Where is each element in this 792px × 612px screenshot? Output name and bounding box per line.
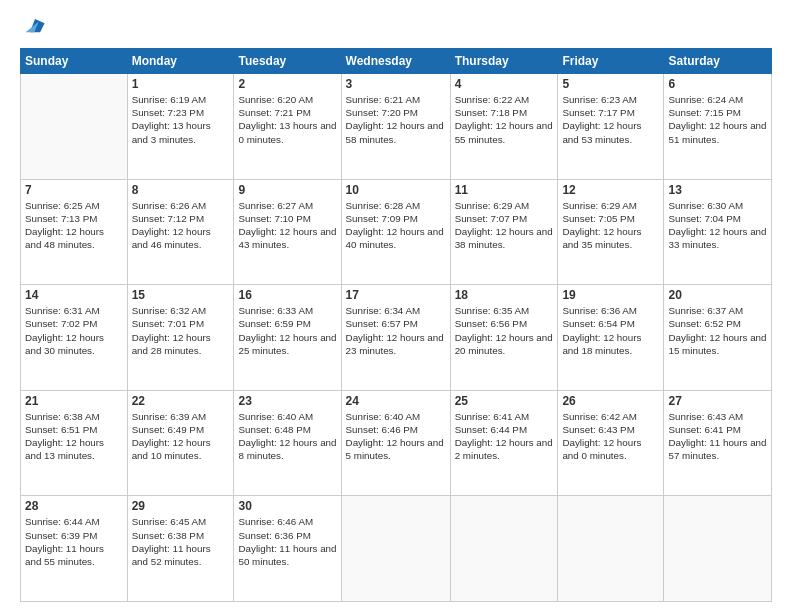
weekday-header-row: SundayMondayTuesdayWednesdayThursdayFrid… [21,49,772,74]
calendar-cell: 17Sunrise: 6:34 AMSunset: 6:57 PMDayligh… [341,285,450,391]
calendar-cell: 14Sunrise: 6:31 AMSunset: 7:02 PMDayligh… [21,285,128,391]
calendar-cell: 28Sunrise: 6:44 AMSunset: 6:39 PMDayligh… [21,496,128,602]
calendar-cell: 27Sunrise: 6:43 AMSunset: 6:41 PMDayligh… [664,390,772,496]
calendar-cell [558,496,664,602]
day-info: Sunrise: 6:34 AMSunset: 6:57 PMDaylight:… [346,304,446,357]
calendar-cell: 26Sunrise: 6:42 AMSunset: 6:43 PMDayligh… [558,390,664,496]
header [20,18,772,38]
day-number: 28 [25,499,123,513]
day-number: 22 [132,394,230,408]
weekday-monday: Monday [127,49,234,74]
day-number: 6 [668,77,767,91]
calendar-cell [21,74,128,180]
day-info: Sunrise: 6:46 AMSunset: 6:36 PMDaylight:… [238,515,336,568]
calendar-cell: 16Sunrise: 6:33 AMSunset: 6:59 PMDayligh… [234,285,341,391]
calendar-week-2: 7Sunrise: 6:25 AMSunset: 7:13 PMDaylight… [21,179,772,285]
day-number: 10 [346,183,446,197]
calendar-cell: 29Sunrise: 6:45 AMSunset: 6:38 PMDayligh… [127,496,234,602]
day-number: 5 [562,77,659,91]
calendar-table: SundayMondayTuesdayWednesdayThursdayFrid… [20,48,772,602]
calendar-cell: 1Sunrise: 6:19 AMSunset: 7:23 PMDaylight… [127,74,234,180]
calendar-cell: 15Sunrise: 6:32 AMSunset: 7:01 PMDayligh… [127,285,234,391]
day-info: Sunrise: 6:21 AMSunset: 7:20 PMDaylight:… [346,93,446,146]
day-number: 17 [346,288,446,302]
day-number: 9 [238,183,336,197]
day-info: Sunrise: 6:31 AMSunset: 7:02 PMDaylight:… [25,304,123,357]
day-number: 27 [668,394,767,408]
day-info: Sunrise: 6:33 AMSunset: 6:59 PMDaylight:… [238,304,336,357]
day-number: 16 [238,288,336,302]
calendar-cell [341,496,450,602]
calendar-week-5: 28Sunrise: 6:44 AMSunset: 6:39 PMDayligh… [21,496,772,602]
day-info: Sunrise: 6:30 AMSunset: 7:04 PMDaylight:… [668,199,767,252]
day-info: Sunrise: 6:29 AMSunset: 7:05 PMDaylight:… [562,199,659,252]
calendar-cell: 24Sunrise: 6:40 AMSunset: 6:46 PMDayligh… [341,390,450,496]
calendar-cell: 3Sunrise: 6:21 AMSunset: 7:20 PMDaylight… [341,74,450,180]
day-info: Sunrise: 6:27 AMSunset: 7:10 PMDaylight:… [238,199,336,252]
day-info: Sunrise: 6:19 AMSunset: 7:23 PMDaylight:… [132,93,230,146]
day-info: Sunrise: 6:36 AMSunset: 6:54 PMDaylight:… [562,304,659,357]
day-info: Sunrise: 6:32 AMSunset: 7:01 PMDaylight:… [132,304,230,357]
calendar-week-3: 14Sunrise: 6:31 AMSunset: 7:02 PMDayligh… [21,285,772,391]
calendar-cell: 21Sunrise: 6:38 AMSunset: 6:51 PMDayligh… [21,390,128,496]
calendar-cell: 2Sunrise: 6:20 AMSunset: 7:21 PMDaylight… [234,74,341,180]
day-number: 8 [132,183,230,197]
logo-icon [24,16,46,38]
calendar-cell: 11Sunrise: 6:29 AMSunset: 7:07 PMDayligh… [450,179,558,285]
weekday-wednesday: Wednesday [341,49,450,74]
day-number: 2 [238,77,336,91]
weekday-thursday: Thursday [450,49,558,74]
day-number: 24 [346,394,446,408]
day-number: 11 [455,183,554,197]
day-info: Sunrise: 6:41 AMSunset: 6:44 PMDaylight:… [455,410,554,463]
day-info: Sunrise: 6:38 AMSunset: 6:51 PMDaylight:… [25,410,123,463]
day-info: Sunrise: 6:20 AMSunset: 7:21 PMDaylight:… [238,93,336,146]
day-info: Sunrise: 6:45 AMSunset: 6:38 PMDaylight:… [132,515,230,568]
day-number: 23 [238,394,336,408]
day-info: Sunrise: 6:40 AMSunset: 6:48 PMDaylight:… [238,410,336,463]
day-number: 4 [455,77,554,91]
day-info: Sunrise: 6:23 AMSunset: 7:17 PMDaylight:… [562,93,659,146]
day-info: Sunrise: 6:44 AMSunset: 6:39 PMDaylight:… [25,515,123,568]
calendar-cell: 25Sunrise: 6:41 AMSunset: 6:44 PMDayligh… [450,390,558,496]
calendar-cell: 23Sunrise: 6:40 AMSunset: 6:48 PMDayligh… [234,390,341,496]
calendar-cell [664,496,772,602]
calendar-cell: 19Sunrise: 6:36 AMSunset: 6:54 PMDayligh… [558,285,664,391]
calendar-cell [450,496,558,602]
day-info: Sunrise: 6:39 AMSunset: 6:49 PMDaylight:… [132,410,230,463]
day-info: Sunrise: 6:26 AMSunset: 7:12 PMDaylight:… [132,199,230,252]
weekday-sunday: Sunday [21,49,128,74]
day-info: Sunrise: 6:22 AMSunset: 7:18 PMDaylight:… [455,93,554,146]
day-number: 12 [562,183,659,197]
calendar-cell: 18Sunrise: 6:35 AMSunset: 6:56 PMDayligh… [450,285,558,391]
day-info: Sunrise: 6:40 AMSunset: 6:46 PMDaylight:… [346,410,446,463]
calendar-cell: 7Sunrise: 6:25 AMSunset: 7:13 PMDaylight… [21,179,128,285]
day-number: 20 [668,288,767,302]
day-number: 14 [25,288,123,302]
logo [20,18,46,38]
day-info: Sunrise: 6:42 AMSunset: 6:43 PMDaylight:… [562,410,659,463]
calendar-cell: 4Sunrise: 6:22 AMSunset: 7:18 PMDaylight… [450,74,558,180]
day-number: 25 [455,394,554,408]
day-info: Sunrise: 6:37 AMSunset: 6:52 PMDaylight:… [668,304,767,357]
calendar-cell: 13Sunrise: 6:30 AMSunset: 7:04 PMDayligh… [664,179,772,285]
day-number: 30 [238,499,336,513]
day-info: Sunrise: 6:25 AMSunset: 7:13 PMDaylight:… [25,199,123,252]
day-number: 3 [346,77,446,91]
calendar-week-4: 21Sunrise: 6:38 AMSunset: 6:51 PMDayligh… [21,390,772,496]
weekday-friday: Friday [558,49,664,74]
day-number: 13 [668,183,767,197]
weekday-saturday: Saturday [664,49,772,74]
calendar-cell: 9Sunrise: 6:27 AMSunset: 7:10 PMDaylight… [234,179,341,285]
day-number: 15 [132,288,230,302]
calendar-cell: 30Sunrise: 6:46 AMSunset: 6:36 PMDayligh… [234,496,341,602]
calendar-cell: 10Sunrise: 6:28 AMSunset: 7:09 PMDayligh… [341,179,450,285]
day-number: 18 [455,288,554,302]
day-info: Sunrise: 6:24 AMSunset: 7:15 PMDaylight:… [668,93,767,146]
calendar-cell: 20Sunrise: 6:37 AMSunset: 6:52 PMDayligh… [664,285,772,391]
day-number: 7 [25,183,123,197]
day-info: Sunrise: 6:28 AMSunset: 7:09 PMDaylight:… [346,199,446,252]
calendar-cell: 8Sunrise: 6:26 AMSunset: 7:12 PMDaylight… [127,179,234,285]
page: SundayMondayTuesdayWednesdayThursdayFrid… [0,0,792,612]
day-number: 29 [132,499,230,513]
